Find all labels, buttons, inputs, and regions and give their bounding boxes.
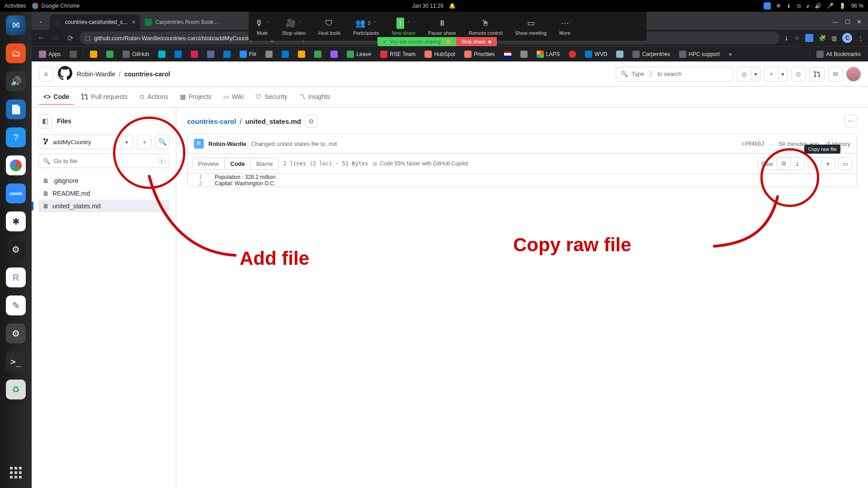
bookmark-item[interactable] [263,49,275,59]
bookmark-grid[interactable] [67,49,80,59]
tray-mic-icon[interactable]: 🎤 [827,3,834,9]
bookmark-item[interactable] [311,49,324,59]
zoom-participants-button[interactable]: 👥2⌃Participants [347,17,385,36]
bookmark-leave[interactable]: Leave [344,49,374,59]
preview-tab[interactable]: Preview [193,158,224,169]
bookmark-item[interactable] [188,49,201,59]
bookmark-item[interactable] [613,49,626,59]
bookmark-hpc[interactable]: HPC support [676,49,722,59]
bookmark-star-icon[interactable]: ☆ [794,35,800,42]
extension-1-icon[interactable] [805,34,813,42]
zoom-video-button[interactable]: 🎥⌃Stop video [276,17,312,36]
github-logo-icon[interactable] [58,66,72,82]
zoom-remote-control-button[interactable]: 🖱Remote control [462,17,509,36]
window-close-icon[interactable]: ✕ [857,19,862,25]
file-more-button[interactable]: ⋯ [844,115,857,127]
commit-avatar[interactable]: R [194,139,204,149]
zoom-pause-share-button[interactable]: ⏸Pause share [422,17,462,36]
go-to-file-input[interactable]: 🔍 Go to file t [38,154,170,168]
tray-battery-icon[interactable]: 🔋 [839,3,846,9]
tray-network-icon[interactable]: ⸙ [807,3,809,9]
dock-terminal-icon[interactable]: >_ [6,352,26,371]
tab-pulls[interactable]: Pull requests [76,89,132,105]
dock-rstudio-icon[interactable]: R [6,267,26,287]
tab-wiki[interactable]: ▭Wiki [219,89,248,105]
profile-avatar[interactable]: C [842,33,852,43]
collapse-sidebar-button[interactable]: ◧ [38,114,52,128]
dock-editor-icon[interactable]: ✎ [6,296,26,315]
zoom-new-share-button[interactable]: ↑⌃New share [385,17,422,36]
dock-files-icon[interactable]: 🗂 [6,43,26,63]
download-raw-button[interactable]: ⤓ [791,157,804,170]
copy-path-button[interactable]: ⧉ [305,115,317,127]
dock-chrome-icon[interactable] [6,155,26,175]
bookmark-item[interactable] [87,49,100,59]
blame-tab[interactable]: Blame [250,158,278,169]
tab-security[interactable]: 🛡Security [251,89,292,105]
dock-zoom-icon[interactable]: zoom [6,183,26,203]
window-minimize-icon[interactable]: ― [833,19,839,25]
raw-button[interactable]: Raw [757,157,777,170]
bookmark-rse[interactable]: RSE Team [377,49,418,59]
bookmark-wvd[interactable]: WVD [582,49,610,59]
bookmark-item[interactable] [518,49,530,59]
user-avatar[interactable] [846,67,861,81]
bookmark-item[interactable] [279,49,292,59]
bookmark-priorities[interactable]: Priorities [462,49,498,59]
tray-volume-icon[interactable]: 🔊 [815,3,821,9]
site-info-icon[interactable]: ⬚ [85,35,90,42]
dock-writer-icon[interactable]: 📄 [6,99,26,119]
zoom-show-meeting-button[interactable]: ▭Show meeting [509,17,553,36]
browser-tab[interactable]: Carpentries Room Book… [140,14,231,30]
side-panel-icon[interactable]: ▥ [831,35,837,42]
edit-menu-button[interactable]: ▾ [821,157,835,170]
github-search[interactable]: 🔍 Type / to search [616,67,733,81]
reload-button[interactable]: ⟳ [65,34,75,42]
symbols-button[interactable]: ▭ [839,157,852,170]
tray-thermometer-icon[interactable]: 🌡 [786,3,792,9]
bookmark-item[interactable] [172,49,184,59]
browser-tab[interactable]: countries-carol/united_s… × [50,14,140,30]
chrome-menu-icon[interactable]: ⋮ [858,35,863,42]
hamburger-button[interactable]: ≡ [39,67,53,81]
dock-help-icon[interactable]: ? [6,127,26,147]
bookmark-item[interactable] [104,49,116,59]
install-app-icon[interactable]: ⤓ [784,35,789,42]
topbar-clock[interactable]: Jan 30 11:26 [412,3,443,9]
issues-button[interactable]: ⊙ [791,67,806,81]
bookmark-filr[interactable]: Filr [237,49,259,59]
search-files-button[interactable]: 🔍 [155,135,170,149]
zoom-more-button[interactable]: ⋯More [553,17,577,36]
bookmark-item[interactable] [204,49,217,59]
add-file-button[interactable]: ＋ [137,135,151,149]
window-maximize-icon[interactable]: ☐ [845,19,850,25]
tray-screenshot-icon[interactable]: ⧉ [797,3,801,9]
bookmark-item[interactable] [156,49,168,59]
bookmarks-overflow[interactable]: » [726,50,735,59]
bookmark-item[interactable] [328,49,340,59]
commit-hash[interactable]: c094bb2 [741,141,764,147]
code-tab[interactable]: Code [224,158,250,169]
bookmark-laps[interactable]: LAPS [534,49,563,59]
tab-search-button[interactable]: ⌄ [34,14,47,27]
tab-close-icon[interactable]: × [132,19,136,26]
pulls-button[interactable] [809,67,825,81]
all-bookmarks[interactable]: All Bookmarks [814,49,863,59]
dock-apps-grid-icon[interactable] [6,463,26,483]
bookmark-item[interactable] [221,49,233,59]
inbox-button[interactable]: ✉ [828,67,843,81]
forward-button[interactable]: → [51,34,61,42]
create-button[interactable]: ＋ [764,67,778,81]
bookmark-github[interactable]: GitHub [120,49,151,59]
commit-message[interactable]: Changed united states file to .md [251,141,337,147]
edit-file-button[interactable]: ✎ [808,157,821,170]
topbar-app-indicator[interactable]: Google Chrome [32,3,80,9]
copilot-button[interactable]: ◎ [737,67,751,81]
dock-rhythmbox-icon[interactable]: 🔊 [6,71,26,91]
zoom-mute-button[interactable]: 🎙⌃Mute [249,17,276,36]
tray-weather-icon[interactable]: ❄ [776,3,781,9]
activities-label[interactable]: Activities [5,3,26,9]
bookmark-apps[interactable]: Apps [36,49,63,59]
branch-selector[interactable]: addMyCountry ▾ [38,135,133,149]
stop-share-button[interactable]: Stop share■ [456,37,497,46]
